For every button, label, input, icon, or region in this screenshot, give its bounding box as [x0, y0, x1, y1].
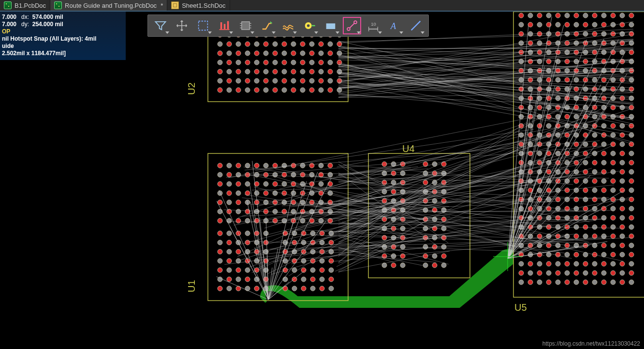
- svg-point-76: [227, 60, 232, 65]
- svg-point-591: [565, 160, 570, 165]
- svg-point-53: [273, 42, 278, 46]
- svg-point-444: [528, 59, 533, 64]
- draw-line-button[interactable]: [406, 16, 425, 35]
- svg-point-107: [254, 78, 259, 83]
- svg-point-248: [236, 268, 241, 273]
- svg-point-442: [629, 50, 634, 55]
- diff-route-button[interactable]: [278, 16, 298, 35]
- svg-point-584: [620, 151, 625, 156]
- svg-point-85: [309, 60, 314, 65]
- svg-point-687: [611, 225, 615, 229]
- svg-point-255: [245, 277, 250, 282]
- svg-point-210: [227, 218, 232, 223]
- svg-point-761: [574, 280, 579, 285]
- filter-button[interactable]: [151, 16, 170, 35]
- svg-point-63: [236, 51, 241, 56]
- pcb-editor-canvas[interactable]: U1U2U4U5: [0, 12, 644, 349]
- place-line-button[interactable]: [342, 16, 362, 35]
- svg-point-759: [556, 280, 560, 285]
- svg-point-75: [218, 60, 222, 65]
- align-button[interactable]: [215, 16, 234, 35]
- svg-point-241: [227, 258, 232, 263]
- chevron-down-icon: [314, 31, 318, 34]
- tab-b1[interactable]: B1.PcbDoc: [0, 0, 50, 11]
- svg-point-73: [328, 51, 333, 56]
- svg-point-156: [328, 172, 333, 177]
- svg-line-852: [338, 50, 633, 81]
- svg-point-113: [309, 78, 314, 83]
- svg-point-51: [254, 42, 259, 46]
- svg-point-282: [283, 258, 288, 263]
- svg-point-114: [319, 78, 323, 83]
- svg-point-705: [537, 243, 542, 248]
- svg-point-685: [592, 225, 597, 229]
- heads-up-display: 7.000 dx: 574.000 mil 7.000 dy: 254.000 …: [0, 12, 126, 60]
- svg-point-157: [218, 182, 222, 186]
- svg-point-449: [574, 59, 579, 64]
- svg-point-249: [245, 268, 250, 273]
- selection-rect-button[interactable]: [193, 16, 213, 35]
- svg-point-118: [227, 88, 232, 92]
- tab-route-guide[interactable]: Route Guide and Tuning.PcbDoc *: [50, 0, 167, 11]
- svg-point-596: [611, 160, 615, 165]
- text-button[interactable]: A: [385, 16, 404, 35]
- svg-point-100: [319, 69, 323, 74]
- dimension-button[interactable]: 10: [364, 16, 383, 35]
- svg-point-401: [611, 22, 615, 27]
- route-button[interactable]: [257, 16, 277, 35]
- svg-point-90: [227, 69, 232, 74]
- svg-point-120: [245, 88, 250, 92]
- svg-point-258: [218, 286, 222, 291]
- svg-point-112: [300, 78, 305, 83]
- svg-point-764: [601, 280, 606, 285]
- tab-sheet1[interactable]: Sheet1.SchDoc: [167, 0, 230, 11]
- svg-point-755: [519, 280, 524, 285]
- svg-point-95: [273, 69, 278, 74]
- svg-point-378: [519, 13, 524, 18]
- svg-point-618: [574, 179, 579, 183]
- svg-point-127: [309, 88, 314, 92]
- svg-point-133: [236, 163, 241, 168]
- svg-point-89: [218, 69, 222, 74]
- svg-point-385: [583, 13, 588, 18]
- svg-text:U2: U2: [186, 82, 197, 95]
- svg-point-228: [218, 240, 222, 245]
- svg-point-222: [218, 231, 222, 236]
- svg-point-65: [254, 51, 259, 56]
- svg-point-744: [537, 271, 542, 275]
- svg-point-131: [218, 163, 222, 168]
- svg-point-81: [273, 60, 278, 65]
- svg-point-632: [583, 188, 588, 193]
- fill-button[interactable]: [321, 16, 340, 35]
- svg-point-392: [528, 22, 533, 27]
- svg-point-745: [546, 271, 551, 275]
- svg-point-757: [537, 280, 542, 285]
- svg-point-58: [319, 42, 323, 46]
- place-component-button[interactable]: [236, 16, 255, 35]
- svg-text:10: 10: [371, 22, 376, 27]
- svg-point-595: [601, 160, 606, 165]
- svg-point-763: [592, 280, 597, 285]
- svg-point-743: [528, 271, 533, 275]
- hud-dims: 2.502mil x 1184.477mil]: [2, 50, 66, 57]
- svg-point-93: [254, 69, 259, 74]
- via-button[interactable]: [300, 16, 319, 35]
- svg-point-473: [556, 77, 560, 82]
- chevron-down-icon: [272, 31, 276, 34]
- svg-point-547: [519, 133, 524, 137]
- tab-label: Sheet1.SchDoc: [182, 2, 225, 9]
- svg-point-80: [263, 60, 268, 65]
- svg-point-121: [254, 88, 259, 92]
- svg-point-77: [236, 60, 241, 65]
- chevron-down-icon: [208, 31, 212, 34]
- svg-point-302: [301, 286, 306, 291]
- hud-layer: OP: [2, 28, 124, 35]
- svg-point-699: [601, 234, 606, 239]
- svg-point-17: [354, 21, 357, 24]
- svg-point-476: [583, 77, 588, 82]
- svg-point-738: [601, 261, 606, 266]
- svg-point-225: [245, 231, 250, 236]
- move-button[interactable]: [172, 16, 191, 35]
- svg-point-293: [329, 268, 334, 273]
- svg-point-403: [629, 22, 634, 27]
